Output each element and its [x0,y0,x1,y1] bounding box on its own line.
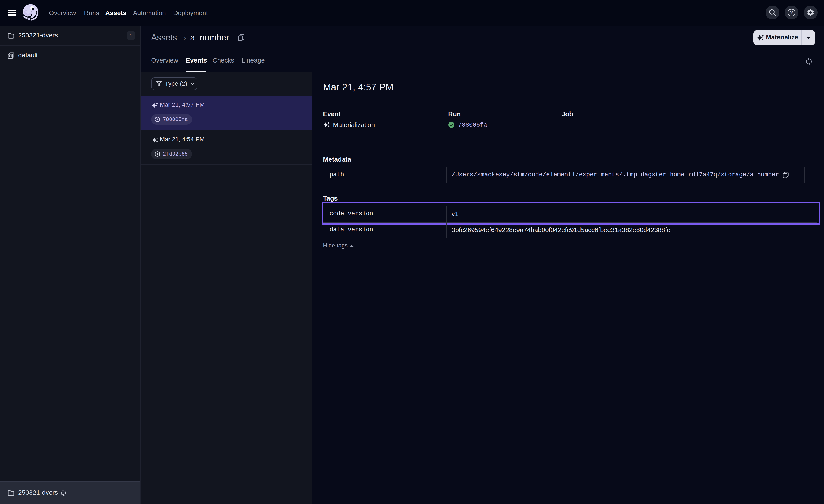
svg-text:?: ? [790,9,793,15]
